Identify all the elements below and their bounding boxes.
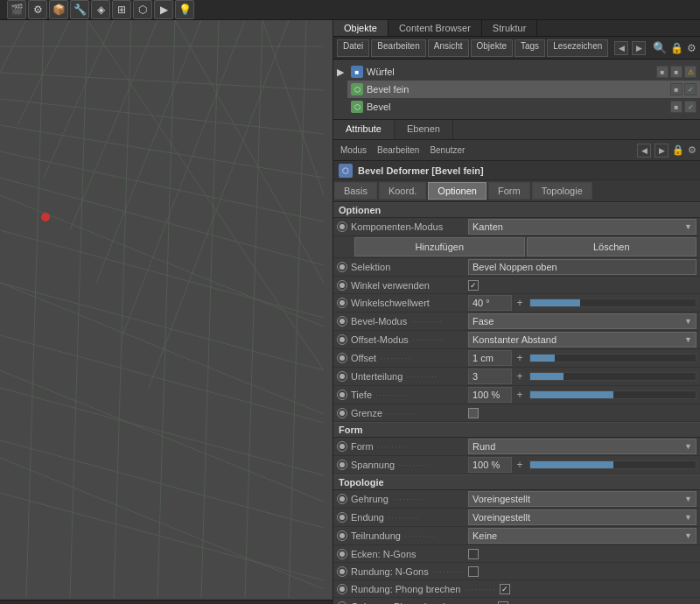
label-teilrundung: Teilrundung: [351, 530, 465, 541]
radio-form[interactable]: [337, 441, 347, 452]
attr-nav-left[interactable]: ◀: [637, 144, 651, 158]
menu-objekte[interactable]: Objekte: [471, 39, 513, 57]
slider-offset[interactable]: [529, 354, 696, 362]
input-spannung[interactable]: [468, 457, 512, 473]
radio-winkel-verwenden[interactable]: [337, 280, 347, 291]
viewport[interactable]: Rasterweite : 10 cm 70 80 90 100 0 B: [0, 20, 332, 604]
plus-offset[interactable]: +: [514, 352, 526, 364]
obj-row-wuerfel[interactable]: ▶ ■ Würfel ■ ■ ⚠: [333, 63, 700, 81]
sub-btn-bearbeiten[interactable]: Bearbeiten: [374, 144, 423, 156]
sub-tab-koord[interactable]: Koord.: [379, 182, 426, 200]
dropdown-bevel-modus[interactable]: Fase ▼: [468, 313, 696, 329]
toolbar-icon-6[interactable]: ⊞: [112, 0, 131, 19]
search-icon[interactable]: 🔍: [653, 41, 667, 54]
dropdown-gehrung[interactable]: Voreingestellt ▼: [468, 491, 696, 507]
radio-komponenten-modus[interactable]: [337, 221, 347, 232]
menu-datei[interactable]: Datei: [337, 39, 369, 57]
slider-spannung[interactable]: [529, 460, 696, 469]
radio-offset-modus[interactable]: [337, 334, 347, 345]
radio-spannung[interactable]: [337, 460, 347, 470]
attr-nav-right[interactable]: ▶: [654, 144, 668, 158]
input-winkelschwellwert[interactable]: [468, 295, 512, 311]
sub-tab-optionen[interactable]: Optionen: [428, 182, 486, 200]
radio-offset[interactable]: [337, 353, 347, 363]
prop-row-spannung: Spannung +: [333, 456, 700, 474]
radio-tiefe[interactable]: [337, 390, 347, 400]
sub-tab-topologie[interactable]: Topologie: [532, 182, 592, 200]
radio-grenze[interactable]: [337, 408, 347, 418]
toolbar-icon-2[interactable]: ⚙: [28, 0, 47, 19]
menu-bearbeiten[interactable]: Bearbeiten: [371, 39, 425, 57]
menu-lesezeichen[interactable]: Lesezeichen: [547, 39, 608, 57]
plus-unterteilung[interactable]: +: [514, 370, 526, 383]
attr-settings-icon[interactable]: ⚙: [688, 144, 696, 156]
plus-spannung[interactable]: +: [514, 459, 526, 471]
dropdown-form[interactable]: Rund ▼: [468, 439, 696, 454]
obj-row-bevel-fein[interactable]: ⬡ Bevel fein ■ ✓: [347, 81, 700, 98]
tab-content-browser[interactable]: Content Browser: [388, 20, 482, 36]
toolbar-icon-5[interactable]: ◈: [91, 0, 110, 19]
radio-gehrung[interactable]: [337, 494, 347, 504]
checkbox-gehrung-phong[interactable]: [498, 601, 508, 605]
sub-tab-basis[interactable]: Basis: [334, 182, 377, 200]
radio-bevel-modus[interactable]: [337, 316, 347, 327]
toolbar-icon-9[interactable]: 💡: [175, 0, 194, 19]
dropdown-komponenten-modus[interactable]: Kanten ▼: [468, 219, 696, 235]
checkbox-rundung-ngons[interactable]: [468, 566, 479, 577]
vis-icon-4[interactable]: ■: [670, 101, 682, 113]
check-icon-1[interactable]: ✓: [684, 83, 696, 95]
tab-struktur[interactable]: Struktur: [482, 20, 538, 36]
vis-icon-3[interactable]: ■: [670, 83, 682, 95]
radio-rundung-phong[interactable]: [337, 584, 347, 594]
radio-winkelschwellwert[interactable]: [337, 298, 347, 308]
slider-winkelschwellwert[interactable]: [529, 298, 696, 307]
sub-btn-modus[interactable]: Modus: [337, 144, 370, 156]
tab-objekte[interactable]: Objekte: [333, 20, 388, 36]
menu-tags[interactable]: Tags: [514, 39, 545, 57]
input-tiefe[interactable]: [468, 387, 512, 403]
obj-row-bevel[interactable]: ⬡ Bevel ■ ✓: [347, 98, 700, 116]
toolbar-icon-8[interactable]: ▶: [154, 0, 173, 19]
checkbox-winkel-verwenden[interactable]: [468, 280, 479, 291]
attr-lock-icon[interactable]: 🔒: [672, 144, 684, 156]
slider-unterteilung[interactable]: [529, 372, 696, 381]
radio-selektion[interactable]: [337, 262, 347, 272]
toolbar-icon-3[interactable]: 📦: [49, 0, 68, 19]
vis-icon-2[interactable]: ■: [670, 66, 682, 78]
radio-unterteilung[interactable]: [337, 371, 347, 382]
tab-ebenen[interactable]: Ebenen: [395, 120, 453, 139]
radio-rundung-ngons[interactable]: [337, 566, 347, 577]
vis-icon-1[interactable]: ■: [656, 66, 668, 78]
radio-gehrung-phong[interactable]: [337, 601, 347, 605]
radio-teilrundung[interactable]: [337, 530, 347, 541]
menu-ansicht[interactable]: Ansicht: [428, 39, 469, 57]
sub-btn-benutzer[interactable]: Benutzer: [426, 144, 468, 156]
check-icon-2[interactable]: ✓: [684, 101, 696, 113]
slider-tiefe[interactable]: [529, 390, 696, 399]
input-offset[interactable]: [468, 350, 512, 366]
dropdown-offset-modus[interactable]: Konstanter Abstand ▼: [468, 332, 696, 348]
toolbar-icon-7[interactable]: ⬡: [133, 0, 152, 19]
nav-left-btn[interactable]: ◀: [614, 41, 628, 55]
radio-ecken-ngons[interactable]: [337, 549, 347, 559]
dropdown-teilrundung[interactable]: Keine ▼: [468, 528, 696, 544]
content-area[interactable]: Optionen Komponenten-Modus Kanten ▼: [333, 202, 700, 604]
checkbox-ecken-ngons[interactable]: [468, 549, 479, 559]
dropdown-endung[interactable]: Voreingestellt ▼: [468, 509, 696, 525]
checkbox-grenze[interactable]: [468, 408, 479, 418]
toolbar-icon-4[interactable]: 🔧: [70, 0, 89, 19]
checkbox-rundung-phong[interactable]: [500, 584, 510, 594]
plus-tiefe[interactable]: +: [514, 389, 526, 401]
loeschen-button[interactable]: Löschen: [527, 237, 697, 256]
sub-tab-form[interactable]: Form: [488, 182, 530, 200]
input-unterteilung[interactable]: [468, 369, 512, 384]
hinzufuegen-button[interactable]: Hinzufügen: [354, 237, 525, 256]
nav-right-btn[interactable]: ▶: [632, 41, 646, 55]
tab-attribute[interactable]: Attribute: [333, 120, 395, 139]
lock-icon[interactable]: 🔒: [670, 42, 683, 54]
dropdown-selektion[interactable]: Bevel Noppen oben: [468, 259, 696, 275]
radio-endung[interactable]: [337, 512, 347, 523]
plus-winkelschwellwert[interactable]: +: [514, 297, 526, 309]
settings-icon[interactable]: ⚙: [687, 42, 696, 54]
toolbar-icon-1[interactable]: 🎬: [7, 0, 26, 19]
